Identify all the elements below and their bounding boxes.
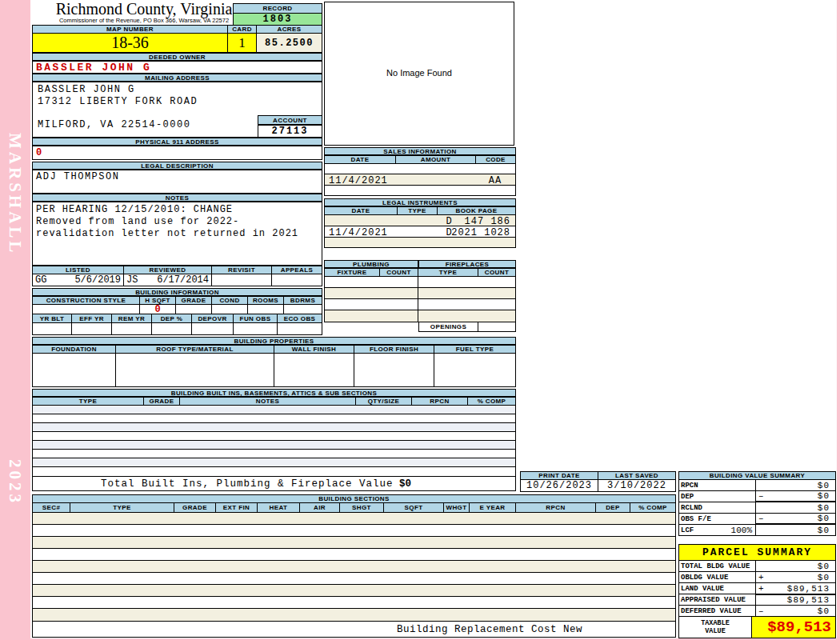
building-sections-row	[32, 584, 676, 597]
revisit-value	[212, 274, 272, 286]
listed-date: 5/6/2019	[74, 274, 121, 286]
bvs-value: $0	[818, 481, 833, 490]
plumbing-fireplaces-row	[324, 310, 516, 322]
appeals-value	[272, 274, 322, 286]
legal-instrument-row	[324, 237, 516, 248]
sales-row	[324, 185, 516, 196]
building-information-blank-row	[32, 322, 322, 335]
plumbing-fireplaces-row	[324, 276, 516, 288]
bvs-label: RCLND	[681, 504, 702, 512]
mailing-line-3: MILFORD, VA 22514-0000	[38, 119, 190, 130]
bvs-label: RPCN	[681, 482, 698, 490]
mailing-address-header: MAILING ADDRESS	[32, 74, 322, 82]
legal-instrument-row: D 147 186	[324, 214, 516, 226]
print-info-value-row: 10/26/2023 3/10/2022	[520, 479, 676, 492]
sales-row: 11/4/2021 AA	[324, 174, 516, 186]
photo-panel: No Image Found	[324, 2, 514, 146]
bvs-row: DEP – $0	[678, 490, 836, 502]
fireplaces-title: FIREPLACES	[418, 260, 516, 268]
bvs-pct: 100%	[731, 526, 755, 535]
built-ins-title: BUILDING BUILT INS, BASEMENTS, ATTICS & …	[32, 389, 516, 397]
notes-header: NOTES	[32, 194, 322, 202]
parcel-value: $0	[818, 562, 833, 571]
year-vertical-label: 2023	[5, 459, 25, 515]
building-replacement-cost-label: Building Replacement Cost New	[397, 624, 582, 635]
built-ins-total-row: Total Built Ins, Plumbing & Fireplace Va…	[32, 476, 516, 491]
deeded-owner-value: BASSLER JOHN G	[32, 61, 322, 74]
parcel-op: –	[758, 606, 764, 616]
parcel-summary-row: TOTAL BLDG VALUE $0	[678, 560, 836, 572]
no-image-text: No Image Found	[386, 68, 452, 78]
bvs-label: OBS F/E	[681, 515, 711, 523]
bvs-op: –	[758, 514, 764, 523]
acres-value: 85.2500	[257, 33, 322, 53]
physical-911-value: 0	[32, 146, 322, 160]
record-card-document: Richmond County, Virginia Commissioner o…	[30, 0, 837, 638]
parcel-label: DEFERRED VALUE	[678, 605, 756, 617]
building-sections-row	[32, 560, 676, 573]
openings-value	[478, 322, 516, 332]
building-properties-value-row	[32, 353, 516, 387]
parcel-op: +	[758, 573, 764, 582]
vendor-vertical-label: MARSHALL	[5, 133, 25, 269]
building-information-title: BUILDING INFORMATION	[32, 288, 322, 296]
plumbing-title: PLUMBING	[324, 260, 418, 268]
building-sections-row	[32, 524, 676, 537]
parcel-op: +	[758, 584, 764, 594]
built-ins-total-value: $0	[399, 478, 411, 490]
legal-instrument-row: 11/4/2021 D 2021 1028	[324, 226, 516, 238]
building-sections-row	[32, 608, 676, 622]
notes-box: PER HEARING 12/15/2010: CHANGE Removed f…	[32, 202, 322, 266]
print-date-value: 10/26/2023	[520, 479, 598, 492]
reviewed-by: JS	[126, 274, 138, 286]
taxable-value-row: TAXABLE VALUE $89,513	[678, 616, 836, 638]
bvs-row: RPCN $0	[678, 479, 836, 491]
sales-row	[324, 163, 516, 174]
notes-line-3: revalidation letter not returned in 2021	[36, 228, 298, 239]
parcel-value: $0	[818, 606, 833, 616]
building-sections-row	[32, 536, 676, 549]
sales-information-title: SALES INFORMATION	[324, 147, 516, 155]
plumbing-fireplaces-row	[324, 287, 516, 299]
reviewed-date: 6/17/2014	[157, 274, 209, 286]
bvs-row: OBS F/E – $0	[678, 513, 836, 525]
bvs-row: LCF 100% $0	[678, 524, 836, 536]
parcel-value: $0	[818, 573, 833, 582]
legal-description-header: LEGAL DESCRIPTION	[32, 162, 322, 170]
legal-description-value: ADJ THOMPSON	[32, 170, 322, 194]
county-title: Richmond County, Virginia	[42, 0, 246, 17]
openings-row: OPENINGS	[418, 322, 516, 332]
parcel-value: $89,513	[787, 584, 833, 594]
building-sections-row	[32, 572, 676, 585]
notes-line-1: PER HEARING 12/15/2010: CHANGE	[36, 204, 233, 215]
building-sections-row	[32, 596, 676, 609]
parcel-label: LAND VALUE	[678, 582, 756, 594]
physical-911-header: PHYSICAL 911 ADDRESS	[32, 138, 322, 146]
map-card-acres-value-row: 18-36 1 85.2500	[32, 33, 322, 53]
card-value: 1	[228, 33, 257, 53]
parcel-value: $89,513	[787, 595, 833, 605]
bvs-label: LCF	[681, 526, 694, 534]
parcel-label: APPRAISED VALUE	[678, 594, 756, 606]
building-sections-footer-row: Building Replacement Cost New	[32, 621, 676, 638]
parcel-summary-row: DEFERRED VALUE – $0	[678, 605, 836, 617]
parcel-label: OBLDG VALUE	[678, 571, 756, 583]
openings-label: OPENINGS	[418, 322, 478, 332]
parcel-summary-row: APPRAISED VALUE $89,513	[678, 594, 836, 606]
building-sections-row	[32, 548, 676, 561]
parcel-summary-title: PARCEL SUMMARY	[678, 544, 836, 561]
bvs-value: $0	[818, 491, 833, 501]
legal-instruments-title: LEGAL INSTRUMENTS	[324, 198, 516, 206]
building-properties-title: BUILDING PROPERTIES	[32, 337, 516, 345]
account-header: ACCOUNT	[258, 115, 322, 125]
last-saved-value: 3/10/2022	[598, 479, 676, 492]
bvs-value: $0	[818, 514, 833, 523]
property-record-card: MARSHALL 2023 Richmond County, Virginia …	[0, 0, 840, 640]
bvs-value: $0	[818, 526, 833, 535]
bvs-value: $0	[818, 503, 833, 513]
record-value: 1803	[233, 13, 322, 26]
mailing-line-1: BASSLER JOHN G	[38, 84, 135, 95]
parcel-summary-row: OBLDG VALUE + $0	[678, 571, 836, 583]
notes-line-2: Removed from land use for 2022-	[36, 216, 239, 227]
account-value: 27113	[258, 125, 322, 138]
